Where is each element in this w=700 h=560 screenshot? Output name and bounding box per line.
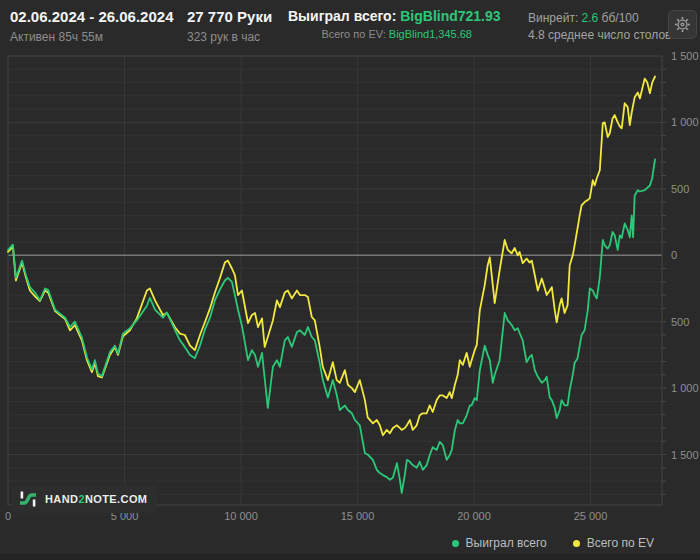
x-tick-label: 20 000 (457, 510, 491, 522)
legend-label-won-total: Выиграл всего (466, 536, 547, 550)
legend-label-ev-total: Всего по EV (587, 536, 654, 550)
y-tick-label: 1 000 (671, 116, 699, 128)
grid (8, 56, 666, 505)
y-tick-label: 1 500 (671, 50, 699, 62)
legend-item-won-total[interactable]: Выиграл всего (452, 536, 547, 550)
y-tick-label: 0 (671, 249, 677, 261)
x-tick-label: 0 (5, 510, 11, 522)
legend-dot-green (452, 540, 459, 547)
hand2note-session-window: 02.06.2024 - 26.06.2024 Активен 85ч 55м … (0, 0, 700, 560)
legend-dot-yellow (573, 540, 580, 547)
bottom-strip (0, 554, 700, 560)
y-tick-label: 500 (671, 316, 689, 328)
y-tick-label: 1 000 (671, 382, 699, 394)
legend-item-ev-total[interactable]: Всего по EV (573, 536, 654, 550)
series-line-won-total (8, 159, 655, 493)
logo-text-post: NOTE.COM (85, 493, 147, 505)
logo-text-pre: HAND (45, 493, 78, 505)
chart-legend: Выиграл всего Всего по EV (452, 536, 654, 550)
y-tick-label: 500 (671, 183, 689, 195)
y-tick-label: 1 500 (671, 449, 699, 461)
hand2note-logo[interactable]: HAND2NOTE.COM (12, 485, 157, 513)
x-tick-label: 25 000 (574, 510, 608, 522)
plot-border (8, 56, 662, 505)
winnings-chart[interactable]: 1 5001 00050005001 0001 50005 00010 0001… (0, 0, 700, 560)
hand2note-logo-icon (18, 489, 38, 509)
x-tick-label: 15 000 (341, 510, 375, 522)
x-tick-label: 10 000 (224, 510, 258, 522)
